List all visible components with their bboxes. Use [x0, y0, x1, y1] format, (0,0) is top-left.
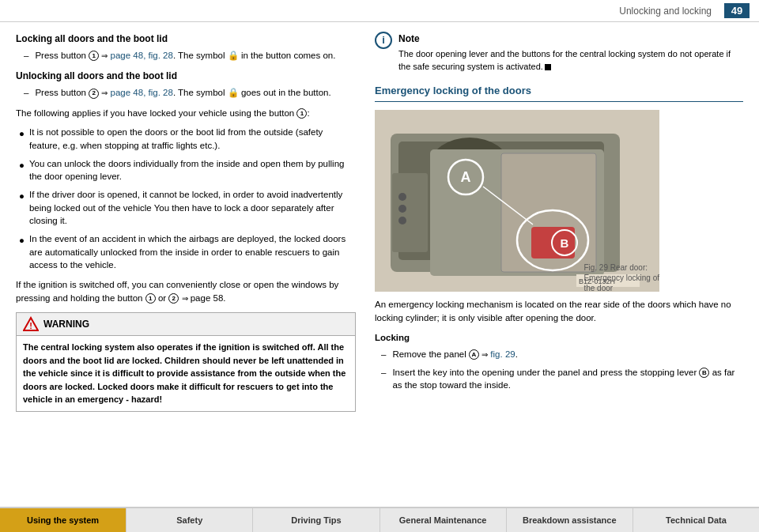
locking-dash2: –	[381, 366, 386, 392]
note-title: Note	[398, 32, 743, 46]
section2-title: Unlocking all doors and the boot lid	[16, 69, 356, 83]
ref-circle-ign2: 2	[168, 293, 179, 304]
locking-dash1: –	[381, 348, 386, 361]
footer-tab-safety[interactable]: Safety	[126, 508, 253, 532]
bullet-dot-1: ●	[19, 127, 25, 152]
bullet-dot-4: ●	[19, 234, 25, 272]
locking-text-1: Remove the panel A ⇒ fig. 29.	[392, 348, 517, 361]
fig-caption-line3: the door	[583, 284, 613, 292]
note-box: i Note The door opening lever and the bu…	[375, 32, 743, 74]
locking-item-1: – Remove the panel A ⇒ fig. 29.	[381, 348, 743, 361]
header-title: Unlocking and locking	[619, 6, 712, 17]
fig-caption-line2: Emergency locking of	[583, 274, 659, 282]
warning-label: WARNING	[43, 317, 89, 331]
warning-body: The central locking system also operates…	[17, 336, 355, 411]
bullet-text-3: If the driver door is opened, it cannot …	[29, 188, 356, 228]
locking-text-2: Insert the key into the opening under th…	[392, 366, 743, 392]
warning-header: ! WARNING	[17, 313, 355, 336]
emergency-para: An emergency locking mechanism is locate…	[375, 298, 743, 324]
ref-circle-2: 2	[89, 89, 99, 99]
section2-text: Press button 2 ⇒ page 48, fig. 28. The s…	[35, 86, 330, 100]
right-column: i Note The door opening lever and the bu…	[375, 32, 743, 500]
fig-caption-line1: Fig. 29 Rear door:	[583, 263, 648, 272]
svg-text:!: !	[29, 321, 32, 330]
svg-point-9	[398, 217, 406, 224]
section2-item: – Press button 2 ⇒ page 48, fig. 28. The…	[24, 86, 356, 100]
main-content: Locking all doors and the boot lid – Pre…	[0, 22, 759, 500]
ignition-para: If the ignition is switched off, you can…	[16, 278, 356, 304]
left-column: Locking all doors and the boot lid – Pre…	[16, 32, 356, 500]
section1-link[interactable]: page 48, fig. 28	[111, 51, 173, 60]
ref-circle-b: B	[699, 368, 709, 378]
note-end-square	[545, 64, 551, 70]
section1-list: – Press button 1 ⇒ page 48, fig. 28. The…	[24, 49, 356, 62]
bullet-item-4: ● In the event of an accident in which t…	[19, 232, 356, 272]
note-icon: i	[375, 32, 392, 49]
bullet-list: ● It is not possible to open the doors o…	[16, 126, 356, 272]
bullet-text-2: You can unlock the doors individually fr…	[29, 157, 356, 183]
footer-nav: Using the system Safety Driving Tips Gen…	[0, 507, 759, 532]
svg-rect-6	[392, 173, 428, 252]
footer-tab-using-system[interactable]: Using the system	[0, 508, 126, 532]
locking-fig1-link[interactable]: fig. 29	[490, 349, 515, 359]
section2-list: – Press button 2 ⇒ page 48, fig. 28. The…	[24, 86, 356, 100]
warning-icon: !	[23, 316, 39, 332]
locking-item-2: – Insert the key into the opening under …	[381, 366, 743, 392]
warning-box: ! WARNING The central locking system als…	[16, 312, 356, 412]
note-content: Note The door opening lever and the butt…	[398, 32, 743, 74]
bullet-item-2: ● You can unlock the doors individually …	[19, 157, 356, 183]
ref-circle-following: 1	[296, 108, 307, 119]
bullet-text-4: In the event of an accident in which the…	[29, 232, 356, 272]
bullet-dot-2: ●	[19, 159, 25, 183]
ref-circle-ign1: 1	[145, 293, 156, 304]
header: Unlocking and locking 49	[0, 0, 759, 22]
footer-tab-driving-tips[interactable]: Driving Tips	[253, 508, 380, 532]
fig-caption: Fig. 29 Rear door: Emergency locking of …	[583, 262, 659, 293]
section1-text: Press button 1 ⇒ page 48, fig. 28. The s…	[35, 49, 335, 62]
footer-tab-technical-data[interactable]: Technical Data	[633, 508, 759, 532]
dash2: –	[24, 86, 28, 100]
section1-item: – Press button 1 ⇒ page 48, fig. 28. The…	[24, 49, 356, 62]
locking-section: Locking – Remove the panel A ⇒ fig. 29. …	[375, 331, 743, 392]
bullet-text-1: It is not possible to open the doors or …	[29, 126, 356, 152]
svg-point-8	[398, 205, 406, 213]
car-image-container: A B B1Z-0132H Fig. 29 Rear door: Emergen…	[375, 110, 659, 292]
locking-list: – Remove the panel A ⇒ fig. 29. – Insert…	[381, 348, 743, 392]
section1-title: Locking all doors and the boot lid	[16, 32, 356, 46]
bullet-item-3: ● If the driver door is opened, it canno…	[19, 188, 356, 228]
section2-link[interactable]: page 48, fig. 28	[111, 88, 173, 97]
page-number: 49	[724, 3, 750, 18]
bullet-dot-3: ●	[19, 190, 25, 228]
following-para: The following applies if you have locked…	[16, 107, 356, 120]
ref-circle-1: 1	[89, 51, 99, 61]
bullet-item-1: ● It is not possible to open the doors o…	[19, 126, 356, 152]
emergency-section-heading: Emergency locking of the doors	[375, 83, 743, 103]
locking-title: Locking	[375, 331, 743, 345]
ref-circle-a: A	[469, 349, 479, 360]
svg-point-7	[398, 193, 406, 201]
note-text: The door opening lever and the buttons f…	[398, 48, 743, 74]
svg-text:B: B	[561, 236, 569, 250]
footer-tab-general-maintenance[interactable]: General Maintenance	[380, 508, 507, 532]
svg-text:A: A	[461, 169, 471, 185]
footer-tab-breakdown[interactable]: Breakdown assistance	[507, 508, 633, 532]
dash: –	[24, 49, 28, 62]
